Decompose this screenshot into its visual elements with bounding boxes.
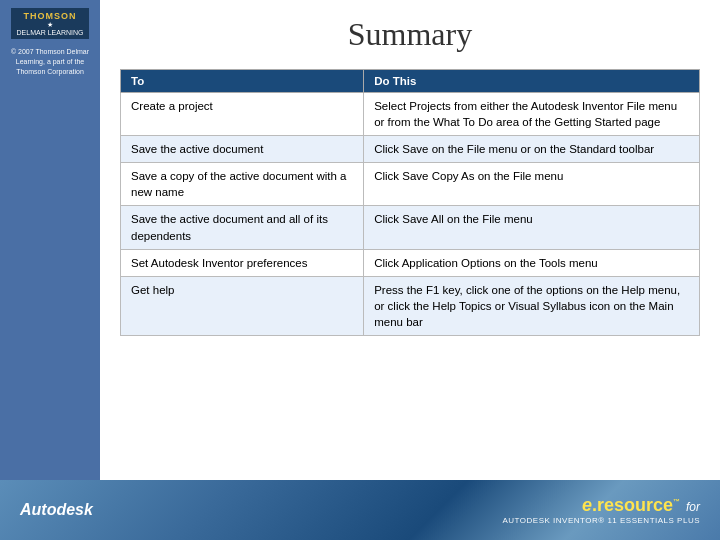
- table-cell-to: Save the active document: [121, 136, 364, 163]
- table-row: Save the active documentClick Save on th…: [121, 136, 700, 163]
- table-cell-to: Set Autodesk Inventor preferences: [121, 249, 364, 276]
- eresource-for-label: for: [686, 500, 700, 514]
- table-cell-to: Save a copy of the active document with …: [121, 163, 364, 206]
- delmar-text: ★DELMAR LEARNING: [17, 21, 84, 36]
- eresource-brand: e.resource™: [582, 495, 680, 516]
- eresource-subtitle: AUTODESK INVENTOR® 11 ESSENTIALS PLUS: [503, 516, 701, 525]
- table-cell-do: Click Save on the File menu or on the St…: [364, 136, 700, 163]
- table-cell-do: Click Save Copy As on the File menu: [364, 163, 700, 206]
- table-cell-do: Click Application Options on the Tools m…: [364, 249, 700, 276]
- col-dothis-header: Do This: [364, 70, 700, 93]
- table-cell-to: Get help: [121, 276, 364, 335]
- table-cell-do: Press the F1 key, click one of the optio…: [364, 276, 700, 335]
- thomson-text: THOMSON: [17, 11, 84, 21]
- footer-eresource: e.resource™ for AUTODESK INVENTOR® 11 ES…: [503, 495, 701, 525]
- table-cell-to: Save the active document and all of its …: [121, 206, 364, 249]
- table-cell-do: Click Save All on the File menu: [364, 206, 700, 249]
- main-content: Summary To Do This Create a projectSelec…: [100, 0, 720, 480]
- page-title: Summary: [120, 16, 700, 53]
- logo-thomson: THOMSON ★DELMAR LEARNING: [11, 8, 90, 39]
- table-cell-do: Select Projects from either the Autodesk…: [364, 93, 700, 136]
- table-row: Create a projectSelect Projects from eit…: [121, 93, 700, 136]
- summary-table: To Do This Create a projectSelect Projec…: [120, 69, 700, 336]
- footer: Autodesk e.resource™ for AUTODESK INVENT…: [0, 480, 720, 540]
- footer-brand: Autodesk: [20, 501, 93, 519]
- table-cell-to: Create a project: [121, 93, 364, 136]
- table-row: Get helpPress the F1 key, click one of t…: [121, 276, 700, 335]
- table-row: Save a copy of the active document with …: [121, 163, 700, 206]
- col-to-header: To: [121, 70, 364, 93]
- table-row: Set Autodesk Inventor preferencesClick A…: [121, 249, 700, 276]
- sidebar: THOMSON ★DELMAR LEARNING © 2007 Thomson …: [0, 0, 100, 480]
- table-row: Save the active document and all of its …: [121, 206, 700, 249]
- copyright-text: © 2007 Thomson Delmar Learning, a part o…: [0, 43, 100, 80]
